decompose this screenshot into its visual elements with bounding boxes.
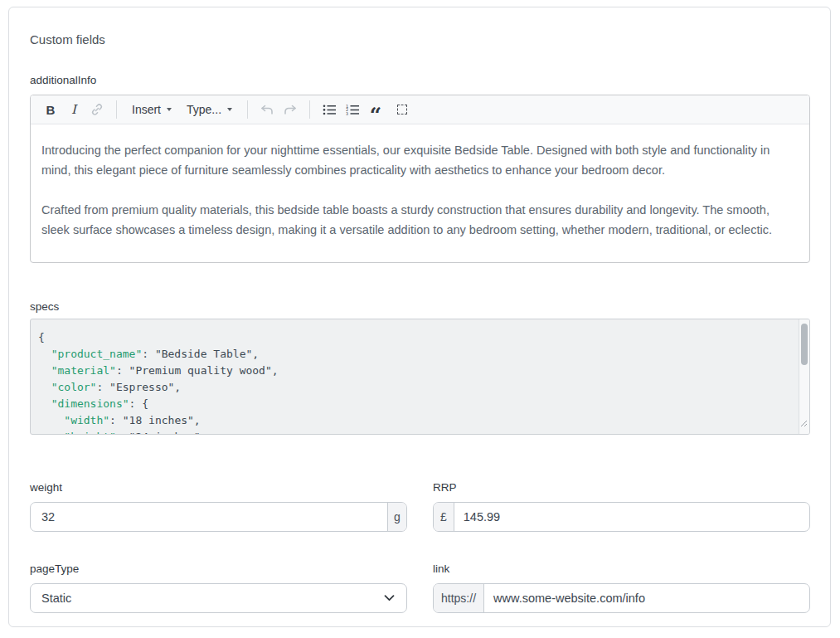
insert-dropdown-label: Insert: [132, 103, 161, 116]
toolbar-separator: [116, 100, 117, 119]
weight-input[interactable]: 32 g: [30, 502, 407, 532]
undo-icon: [260, 104, 274, 116]
specs-label: specs: [30, 300, 810, 313]
toolbar-separator: [309, 100, 310, 119]
rrp-field: RRP £ 145.99: [433, 481, 810, 532]
redo-button[interactable]: [279, 99, 302, 120]
blockquote-icon: “: [370, 112, 381, 119]
numbered-list-icon: 123: [346, 104, 360, 116]
link-input[interactable]: https:// www.some-website.com/info: [433, 583, 810, 613]
page-type-field: pageType Static: [30, 563, 407, 613]
rte-content[interactable]: Introducing the perfect companion for yo…: [31, 124, 809, 240]
page-type-selected-value: Static: [31, 592, 71, 605]
specs-code[interactable]: { "product_name": "Bedside Table", "mate…: [30, 319, 810, 435]
link-field: link https:// www.some-website.com/info: [433, 563, 810, 613]
redo-icon: [283, 104, 298, 116]
dashed-square-icon: [397, 105, 407, 114]
description-paragraph[interactable]: Introducing the perfect companion for yo…: [41, 140, 799, 180]
code-block-button[interactable]: [391, 99, 414, 120]
caret-down-icon: [227, 108, 232, 111]
weight-field: weight 32 g: [30, 481, 407, 532]
link-icon: [90, 102, 104, 117]
rich-text-editor: B I Insert Typ: [30, 95, 810, 263]
rte-toolbar: B I Insert Typ: [31, 95, 809, 124]
undo-button[interactable]: [255, 99, 279, 120]
pagetype-link-row: pageType Static link https:// www.some-w…: [30, 563, 810, 613]
additional-info-field: additionalInfo B I Insert: [30, 74, 810, 263]
numbered-list-button[interactable]: 123: [341, 99, 364, 120]
custom-fields-card: Custom fields additionalInfo B I: [8, 7, 831, 627]
italic-button[interactable]: I: [62, 99, 85, 120]
additional-info-label: additionalInfo: [30, 74, 810, 86]
link-button[interactable]: [85, 99, 109, 120]
rrp-input[interactable]: £ 145.99: [433, 502, 810, 532]
link-value: www.some-website.com/info: [484, 592, 645, 605]
description-paragraph[interactable]: Crafted from premium quality materials, …: [41, 200, 799, 240]
weight-unit-suffix: g: [387, 503, 406, 531]
bullet-list-button[interactable]: [318, 99, 341, 120]
card-title: Custom fields: [30, 32, 810, 46]
blockquote-button[interactable]: “: [364, 99, 387, 120]
link-label: link: [433, 563, 810, 575]
rrp-label: RRP: [433, 481, 810, 494]
page-type-label: pageType: [30, 563, 407, 575]
toolbar-separator: [247, 100, 248, 119]
page-type-select[interactable]: Static: [30, 583, 407, 613]
type-dropdown-label: Type...: [187, 103, 221, 116]
insert-dropdown[interactable]: Insert: [124, 99, 179, 120]
bullet-list-icon: [323, 104, 337, 116]
specs-field: specs { "product_name": "Bedside Table",…: [30, 300, 810, 435]
type-dropdown[interactable]: Type...: [179, 99, 240, 120]
link-protocol-prefix: https://: [434, 584, 484, 612]
svg-text:3: 3: [346, 110, 348, 115]
weight-value: 32: [31, 510, 55, 524]
specs-code-lines: { "product_name": "Bedside Table", "mate…: [38, 329, 791, 435]
weight-rrp-row: weight 32 g RRP £ 145.99: [30, 481, 810, 532]
rrp-value: 145.99: [454, 510, 500, 524]
caret-down-icon: [167, 108, 172, 111]
weight-label: weight: [30, 481, 407, 494]
scrollbar-thumb[interactable]: [801, 324, 808, 365]
rrp-currency-prefix: £: [434, 503, 454, 531]
bold-button[interactable]: B: [39, 99, 62, 120]
resize-grip-icon[interactable]: [800, 416, 808, 432]
chevron-down-icon: [384, 595, 395, 601]
